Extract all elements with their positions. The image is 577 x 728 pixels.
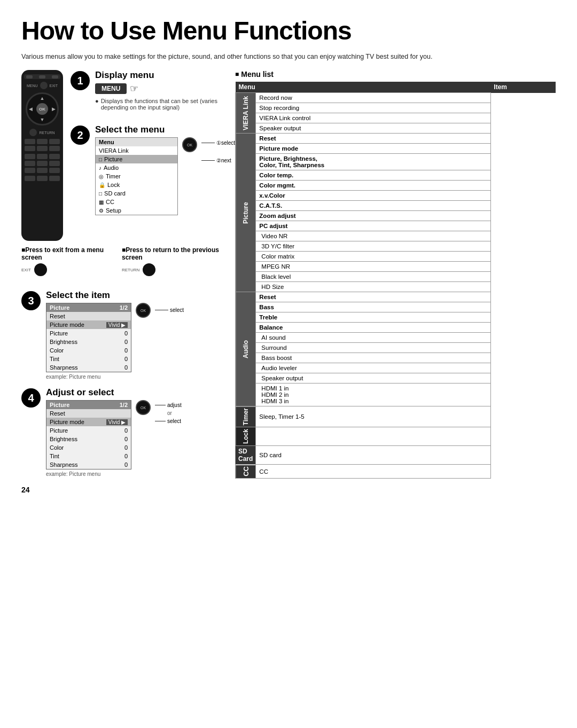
viera-link-row-3: VIERA Link control (236, 113, 556, 123)
audio-row-balance: Balance (236, 323, 556, 333)
menu-table: Menu Item VIERA Link Record now Stop rec… (235, 82, 556, 479)
picture-mode: Picture mode (256, 144, 490, 154)
step-1-title: Display menu (95, 70, 235, 81)
sdcard-item: SD card (256, 446, 490, 465)
audio-reset: Reset (256, 292, 490, 302)
picture-row-pc: PC adjust (236, 221, 556, 231)
select-annotation: ①select (201, 140, 235, 146)
remote-illustration: MENU EXIT OK ▲ ▼ ◀ ▶ RETURN (21, 70, 63, 241)
ok-btn-step2: OK (182, 137, 197, 152)
audio-ai-sound: AI sound (256, 333, 490, 343)
audio-row-speaker: Speaker output (236, 373, 556, 383)
picture-row-cats: C.A.T.S. (236, 201, 556, 211)
picture-row-hdsize: HD Size (236, 282, 556, 292)
timer-section: Timer (236, 406, 256, 427)
picture-row-3dyc: 3D Y/C filter (236, 241, 556, 252)
step-2: 2 Select the menu Menu VIERA Link □ Pict… (71, 124, 235, 215)
step-1-circle: 1 (71, 71, 90, 90)
viera-record-now: Record now (256, 93, 490, 103)
audio-row-surround: Surround (236, 343, 556, 353)
audio-bass-boost: Bass boost (256, 353, 490, 363)
picture-row-colormatrix: Color matrix (236, 252, 556, 262)
step-3-circle: 3 (21, 291, 41, 310)
audio-hdmi: HDMI 1 inHDMI 2 inHDMI 3 in (256, 383, 490, 406)
exit-btn-label: EXIT (21, 268, 31, 272)
step-1-desc: ●Displays the functions that can be set … (95, 98, 235, 111)
step-3-title: Select the item (46, 290, 224, 301)
picture-pc-adjust: PC adjust (256, 221, 490, 231)
menu-col-header: Menu (236, 82, 491, 93)
press-exit-section: ■Press to exit from a menu screen EXIT (21, 246, 111, 276)
timer-sleep: Sleep, Timer 1-5 (256, 406, 490, 427)
sdcard-section: SDCard (236, 446, 256, 465)
exit-label-remote: EXIT (50, 84, 58, 88)
lock-row: Lock (236, 427, 556, 446)
audio-treble: Treble (256, 312, 490, 323)
cc-item: CC (256, 465, 490, 479)
audio-speaker-output: Speaker output (256, 373, 490, 383)
ok-button[interactable]: OK (36, 103, 48, 115)
press-return-section: ■Press to return to the previous screen … (122, 246, 224, 276)
picture-reset: Reset (256, 134, 490, 144)
picture-row-xvcolor: x.v.Color (236, 191, 556, 201)
menu-list-section: Menu list Menu Item VIERA Link Record no… (235, 70, 556, 494)
viera-speaker-output: Speaker output (256, 123, 490, 134)
audio-row-leveler: Audio leveler (236, 363, 556, 373)
picture-brightness-color: Picture, Brightness,Color, Tint, Sharpne… (256, 154, 490, 170)
picture-color-mgmt: Color mgmt. (256, 181, 490, 191)
timer-row: Timer Sleep, Timer 1-5 (236, 406, 556, 427)
audio-row-reset: Audio Reset (236, 292, 556, 302)
hand-icon: ☞ (130, 83, 138, 95)
step-4-caption: example: Picture menu (46, 471, 224, 477)
audio-row-bassboost: Bass boost (236, 353, 556, 363)
picture-row-mode: Picture mode (236, 144, 556, 154)
menu-list-title: Menu list (235, 70, 556, 79)
left-arrow: ◀ (29, 106, 33, 112)
picture-3dyc: 3D Y/C filter (256, 241, 490, 252)
audio-bass: Bass (256, 302, 490, 312)
picture-video-nr: Video NR (256, 231, 490, 241)
viera-link-control: VIERA Link control (256, 113, 490, 123)
picture-cats: C.A.T.S. (256, 201, 490, 211)
picture-row-reset: Picture Reset (236, 134, 556, 144)
menu-label-remote: MENU (27, 84, 38, 88)
step-2-title: Select the menu (95, 124, 235, 135)
step-3-caption: example: Picture menu (46, 374, 224, 380)
lock-section: Lock (236, 427, 256, 446)
picture-row-color-temp: Color temp. (236, 170, 556, 181)
picture-row-color-mgmt: Color mgmt. (236, 181, 556, 191)
page-title: How to Use Menu Functions (21, 16, 556, 45)
cc-section: CC (236, 465, 256, 479)
step-3-annotation: select (155, 307, 184, 313)
picture-mpeg-nr: MPEG NR (256, 262, 490, 272)
picture-color-matrix: Color matrix (256, 252, 490, 262)
step-4-title: Adjust or select (46, 387, 224, 398)
viera-stop-recording: Stop recording (256, 103, 490, 113)
up-arrow: ▲ (40, 96, 45, 101)
picture-row-mpegnr: MPEG NR (236, 262, 556, 272)
exit-button[interactable] (34, 263, 47, 276)
return-button[interactable] (143, 263, 155, 276)
viera-link-row-2: Stop recording (236, 103, 556, 113)
step-3-menu: Picture 1/2 Reset Picture modeVivid ▶ Pi… (46, 303, 131, 372)
audio-balance: Balance (256, 323, 490, 333)
cc-row: CC CC (236, 465, 556, 479)
viera-link-row-4: Speaker output (236, 123, 556, 134)
viera-link-row-1: VIERA Link Record now (236, 93, 556, 103)
picture-section: Picture (236, 134, 256, 292)
page-number: 24 (21, 486, 224, 494)
step-2-circle: 2 (71, 126, 90, 145)
audio-row-aisound: AI sound (236, 333, 556, 343)
picture-row-blacklevel: Black level (236, 272, 556, 282)
audio-leveler: Audio leveler (256, 363, 490, 373)
intro-text: Various menus allow you to make settings… (21, 53, 556, 60)
audio-row-treble: Treble (236, 312, 556, 323)
audio-row-bass: Bass (236, 302, 556, 312)
step-3: 3 Select the item Picture 1/2 Reset Pict… (21, 290, 224, 380)
picture-xvcolor: x.v.Color (256, 191, 490, 201)
audio-surround: Surround (256, 343, 490, 353)
left-column: MENU EXIT OK ▲ ▼ ◀ ▶ RETURN (21, 70, 224, 494)
down-arrow: ▼ (40, 117, 45, 122)
ok-btn-step4: OK (136, 400, 151, 415)
lock-item (256, 427, 490, 446)
